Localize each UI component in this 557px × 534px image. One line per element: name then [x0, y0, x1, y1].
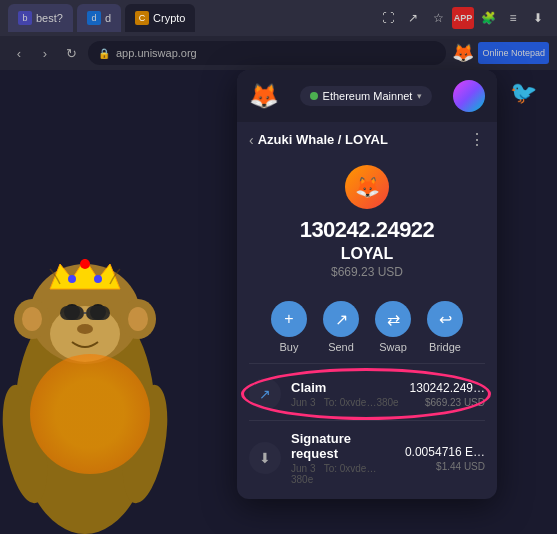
- account-nav: ‹ Azuki Whale / LOYAL ⋮: [237, 122, 497, 157]
- tab-favicon-d: d: [87, 11, 101, 25]
- svg-point-5: [128, 307, 148, 331]
- buy-label: Buy: [280, 341, 299, 353]
- svg-rect-9: [60, 306, 84, 320]
- svg-point-12: [77, 324, 93, 334]
- tx-sig-title: Signature request: [291, 431, 395, 461]
- back-button[interactable]: ‹: [8, 42, 30, 64]
- tx-claim-icon: ↗: [249, 378, 281, 410]
- tx-claim-title: Claim: [291, 380, 400, 395]
- tx-claim-date: Jun 3: [291, 397, 315, 408]
- browser-toolbar: ‹ › ↻ 🔒 app.uniswap.org 🦊 Online Notepad: [0, 36, 557, 70]
- svg-point-16: [94, 275, 102, 283]
- browser-icon-1[interactable]: ⛶: [377, 7, 399, 29]
- bridge-label: Bridge: [429, 341, 461, 353]
- tx-sig-amount: 0.0054716 E… $1.44 USD: [405, 445, 485, 472]
- send-button[interactable]: ↗ Send: [323, 301, 359, 353]
- tx-claim-amount-usd: $669.23 USD: [410, 397, 485, 408]
- refresh-button[interactable]: ↻: [60, 42, 82, 64]
- network-chevron-icon: ▾: [417, 91, 422, 101]
- account-back-button[interactable]: ‹ Azuki Whale / LOYAL: [249, 132, 388, 148]
- tab-d[interactable]: d d: [77, 4, 121, 32]
- swap-button[interactable]: ⇄ Swap: [375, 301, 411, 353]
- ape-background: [0, 114, 170, 534]
- tx-claim-amount: 130242.249… $669.23 USD: [410, 381, 485, 408]
- tx-sig-info: Signature request Jun 3 To: 0xvde…380e: [291, 431, 395, 485]
- token-symbol: LOYAL: [249, 245, 485, 263]
- tab-label-crypto: Crypto: [153, 12, 185, 24]
- tab-area: b best? d d C Crypto: [8, 4, 371, 32]
- tx-claim-info: Claim Jun 3 To: 0xvde…380e: [291, 380, 400, 408]
- tab-favicon-best: b: [18, 11, 32, 25]
- back-chevron-icon: ‹: [249, 132, 254, 148]
- coin-decoration: [30, 354, 150, 474]
- browser-ext-icons: ⛶ ↗ ☆ APP 🧩 ≡ ⬇: [377, 7, 549, 29]
- tx-claim-addr: To: 0xvde…380e: [324, 397, 399, 408]
- wallet-avatar[interactable]: [453, 80, 485, 112]
- account-path: Azuki Whale / LOYAL: [258, 132, 388, 147]
- ssl-icon: 🔒: [98, 48, 110, 59]
- metamask-ext-icon[interactable]: 🦊: [452, 42, 474, 64]
- account-menu-icon[interactable]: ⋮: [469, 130, 485, 149]
- browser-ext-puzzle[interactable]: 🧩: [477, 7, 499, 29]
- bridge-button[interactable]: ↩ Bridge: [427, 301, 463, 353]
- token-section: 🦊 130242.24922 LOYAL $669.23 USD: [237, 157, 497, 291]
- token-icon: 🦊: [345, 165, 389, 209]
- tx-sig-amount-usd: $1.44 USD: [405, 461, 485, 472]
- tx-sig-icon: ⬇: [249, 442, 281, 474]
- main-content: 🐦 🦊 Ethereum Mainnet ▾ ‹ Azuki Whale / L…: [0, 70, 557, 534]
- account-path-part2: LOYAL: [345, 132, 388, 147]
- metamask-logo: 🦊: [249, 82, 279, 110]
- buy-icon: +: [271, 301, 307, 337]
- browser-tab-bar: b best? d d C Crypto ⛶ ↗ ☆ APP 🧩 ≡ ⬇: [0, 0, 557, 36]
- wallet-popup: 🦊 Ethereum Mainnet ▾ ‹ Azuki Whale / LOY…: [237, 70, 497, 499]
- token-usd-value: $669.23 USD: [249, 265, 485, 279]
- svg-rect-10: [86, 306, 110, 320]
- tab-best[interactable]: b best?: [8, 4, 73, 32]
- account-path-part1: Azuki Whale /: [258, 132, 345, 147]
- send-icon: ↗: [323, 301, 359, 337]
- browser-icon-star[interactable]: ☆: [427, 7, 449, 29]
- tab-label-d: d: [105, 12, 111, 24]
- wallet-header: 🦊 Ethereum Mainnet ▾: [237, 70, 497, 122]
- transaction-list: ↗ Claim Jun 3 To: 0xvde…380e 130242.249……: [237, 364, 497, 499]
- address-text: app.uniswap.org: [116, 47, 197, 59]
- action-buttons: + Buy ↗ Send ⇄ Swap ↩ Bridge: [237, 291, 497, 363]
- tx-sig-sub: Jun 3 To: 0xvde…380e: [291, 463, 395, 485]
- notepad-ext-icon[interactable]: Online Notepad: [478, 42, 549, 64]
- browser-ext-download[interactable]: ⬇: [527, 7, 549, 29]
- tx-claim-sub: Jun 3 To: 0xvde…380e: [291, 397, 400, 408]
- send-label: Send: [328, 341, 354, 353]
- forward-button[interactable]: ›: [34, 42, 56, 64]
- network-selector[interactable]: Ethereum Mainnet ▾: [300, 86, 433, 106]
- address-bar[interactable]: 🔒 app.uniswap.org: [88, 41, 446, 65]
- bridge-icon: ↩: [427, 301, 463, 337]
- twitter-icon[interactable]: 🐦: [510, 80, 537, 106]
- tab-crypto[interactable]: C Crypto: [125, 4, 195, 32]
- twitter-bird-icon: 🐦: [510, 80, 537, 105]
- nav-icons: ‹ › ↻: [8, 42, 82, 64]
- token-amount: 130242.24922: [249, 217, 485, 243]
- notepad-label: Online Notepad: [482, 48, 545, 58]
- tx-sig-amount-main: 0.0054716 E…: [405, 445, 485, 459]
- tx-claim-amount-main: 130242.249…: [410, 381, 485, 395]
- swap-icon: ⇄: [375, 301, 411, 337]
- tx-sig-date: Jun 3: [291, 463, 315, 474]
- tx-signature[interactable]: ⬇ Signature request Jun 3 To: 0xvde…380e…: [237, 421, 497, 495]
- tab-favicon-crypto: C: [135, 11, 149, 25]
- network-label: Ethereum Mainnet: [323, 90, 413, 102]
- browser-ext-menu[interactable]: ≡: [502, 7, 524, 29]
- svg-point-15: [68, 275, 76, 283]
- network-status-dot: [310, 92, 318, 100]
- browser-ext-app[interactable]: APP: [452, 7, 474, 29]
- tab-label-best: best?: [36, 12, 63, 24]
- browser-icon-share[interactable]: ↗: [402, 7, 424, 29]
- token-icon-emoji: 🦊: [355, 175, 380, 199]
- swap-label: Swap: [379, 341, 407, 353]
- tx-claim[interactable]: ↗ Claim Jun 3 To: 0xvde…380e 130242.249……: [237, 368, 497, 420]
- svg-point-4: [22, 307, 42, 331]
- svg-point-14: [80, 259, 90, 269]
- buy-button[interactable]: + Buy: [271, 301, 307, 353]
